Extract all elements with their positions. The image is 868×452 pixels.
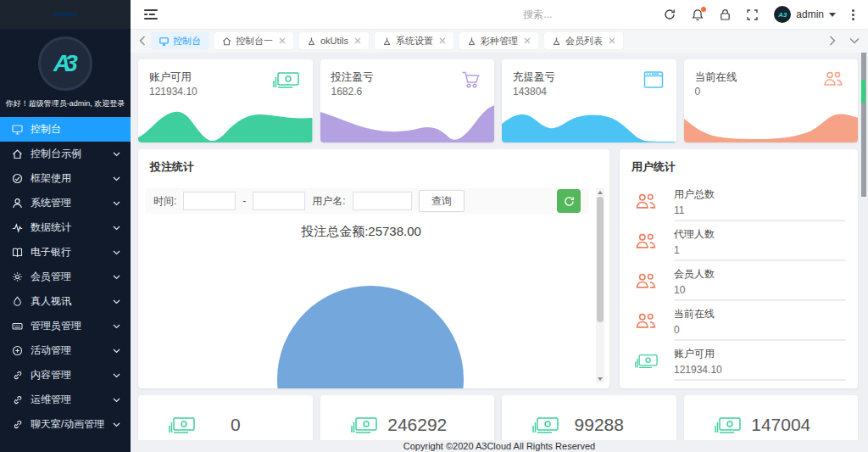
query-button[interactable]: 查询 [419, 190, 465, 212]
sidebar-item-framework[interactable]: 框架使用 [0, 166, 131, 191]
sidebar-item-activities[interactable]: 活动管理 [0, 338, 131, 363]
chevron-down-icon [113, 422, 120, 427]
link-icon [12, 394, 23, 405]
sidebar-item-console-demo[interactable]: 控制台示例 [0, 142, 131, 166]
gear-icon [12, 271, 23, 282]
sidebar-item-live-video[interactable]: 真人视讯 [0, 289, 131, 314]
tab-label: 会员列表 [565, 35, 603, 47]
close-icon[interactable] [354, 37, 361, 44]
close-icon[interactable] [279, 37, 286, 44]
menu-toggle-icon[interactable] [144, 9, 158, 20]
lock-icon[interactable] [720, 8, 731, 20]
sidebar-item-label: 系统管理 [31, 196, 71, 210]
sidebar-item-label: 控制台 [31, 122, 61, 137]
tab-member-list[interactable]: 会员列表 [544, 32, 623, 49]
tab-label: 控制台一 [236, 35, 273, 47]
stat-label: 充提盈亏 [513, 70, 555, 85]
stat-card-balance[interactable]: 账户可用 121934.10 [138, 59, 313, 142]
sidebar-logo-bar [0, 0, 131, 29]
tab-lottery-mgmt[interactable]: 彩种管理 [459, 32, 538, 49]
bottom-card-1[interactable]: 0 [138, 395, 313, 440]
bet-total-text: 投注总金额:25738.00 [138, 224, 584, 240]
search-input[interactable] [523, 8, 625, 20]
scroll-down-icon[interactable] [598, 377, 603, 381]
scroll-up-icon[interactable] [598, 191, 603, 194]
sidebar-item-admins[interactable]: 管理员管理 [0, 314, 131, 338]
chevron-down-icon [113, 373, 120, 378]
users-icon [633, 232, 659, 250]
user-stat-row-total: 用户总数11 [632, 181, 846, 221]
bottom-card-4[interactable]: 147004 [684, 395, 859, 440]
time-end-input[interactable] [253, 192, 305, 210]
sidebar-item-label: 数据统计 [31, 220, 71, 235]
scrollbar-thumb[interactable] [597, 197, 604, 322]
bottom-card-2[interactable]: 246292 [320, 395, 495, 440]
sidebar-item-statistics[interactable]: 数据统计 [0, 215, 131, 240]
tab-console-one[interactable]: 控制台一 [214, 32, 293, 49]
bet-statistics-panel: 投注统计 时间: - 用户名: 查询 投注总金额:25738.00 [138, 149, 609, 388]
sidebar-item-chatroom[interactable]: 聊天室/动画管理 [0, 412, 131, 437]
username-label: 用户名: [312, 194, 345, 209]
more-options-icon[interactable] [852, 9, 854, 20]
stat-card-online[interactable]: 当前在线 0 [684, 59, 859, 142]
sidebar-item-ebank[interactable]: 电子银行 [0, 240, 131, 265]
panel-scrollbar[interactable] [596, 188, 604, 383]
bottom-card-value: 99288 [559, 415, 676, 435]
stat-label: 当前在线 [695, 70, 737, 85]
monitor-icon [159, 36, 169, 46]
panel-refresh-button[interactable] [557, 189, 581, 213]
tab-system-settings[interactable]: 系统设置 [375, 32, 453, 49]
user-stat-value: 121934.10 [674, 364, 722, 376]
scrollbar-accent-thumb[interactable] [861, 80, 865, 103]
username-input[interactable] [353, 192, 412, 210]
page-scrollbar[interactable] [861, 29, 866, 452]
user-menu[interactable]: A3 admin [774, 6, 836, 23]
tabs-scroll-right-icon[interactable] [829, 36, 836, 46]
chevron-down-icon [113, 275, 120, 280]
time-start-input[interactable] [183, 192, 236, 210]
user-icon [12, 198, 23, 209]
tabs-scroll-left-icon[interactable] [139, 36, 146, 46]
user-stat-label: 账户可用 [674, 347, 722, 361]
users-icon [633, 312, 659, 330]
tree-icon [467, 36, 476, 46]
bottom-card-3[interactable]: 99288 [502, 395, 676, 440]
tab-console[interactable]: 控制台 [152, 32, 209, 49]
book-icon [12, 247, 23, 258]
user-stat-value: 0 [674, 324, 715, 336]
sidebar-item-label: 控制台示例 [31, 147, 81, 161]
caret-down-icon [829, 13, 836, 17]
users-icon [821, 70, 845, 87]
user-stat-row-online: 当前在线0 [632, 301, 846, 341]
chevron-down-icon [113, 349, 120, 354]
fullscreen-icon[interactable] [747, 9, 758, 20]
user-stat-value: 1 [674, 244, 715, 256]
stat-card-bet-pl[interactable]: 投注盈亏 1682.6 [320, 59, 495, 142]
close-icon[interactable] [609, 37, 615, 44]
sidebar-item-content[interactable]: 内容管理 [0, 363, 131, 388]
money-icon [713, 416, 742, 435]
tab-label: okUtils [320, 36, 348, 46]
sidebar-item-ops[interactable]: 运维管理 [0, 388, 131, 412]
sidebar-item-members[interactable]: 会员管理 [0, 265, 131, 289]
tab-okutils[interactable]: okUtils [299, 32, 369, 49]
refresh-icon[interactable] [664, 8, 676, 20]
cart-icon [461, 70, 481, 89]
link-icon [12, 370, 23, 381]
home-icon [222, 36, 231, 46]
stat-value: 1682.6 [331, 86, 363, 98]
user-stat-label: 代理人数 [674, 227, 715, 242]
tabs-dropdown-icon[interactable] [849, 37, 860, 44]
scrollbar-thumb[interactable] [861, 53, 866, 197]
sidebar-item-label: 真人视讯 [31, 294, 71, 309]
money-icon [349, 416, 378, 435]
user-stat-row-agents: 代理人数1 [632, 221, 846, 261]
stat-value: 121934.10 [149, 86, 198, 98]
stat-card-deposit-pl[interactable]: 充提盈亏 143804 [502, 59, 676, 142]
sidebar-item-system[interactable]: 系统管理 [0, 191, 131, 215]
notifications-bell-icon[interactable] [692, 8, 704, 21]
sidebar-item-console[interactable]: 控制台 [0, 117, 131, 142]
close-icon[interactable] [524, 37, 531, 44]
droplet-icon [12, 296, 23, 307]
close-icon[interactable] [439, 37, 446, 44]
